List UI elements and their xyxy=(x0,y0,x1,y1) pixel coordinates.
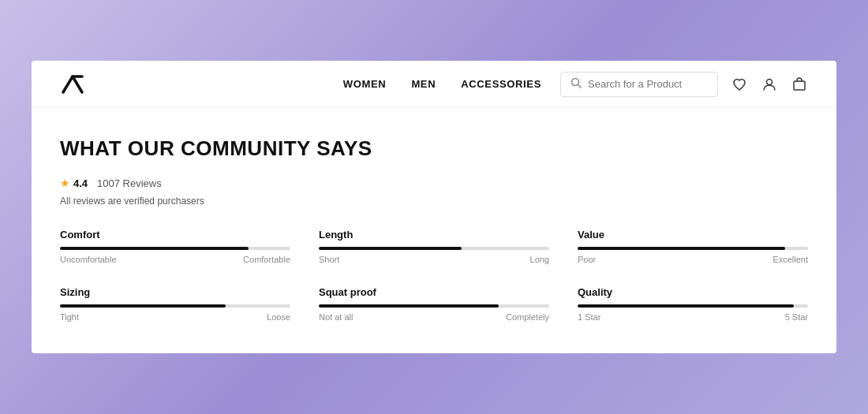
progress-track-value xyxy=(578,247,808,250)
metric-name-squat-proof: Squat proof xyxy=(319,286,549,298)
svg-line-1 xyxy=(578,84,582,88)
metric-labels-squat-proof: Not at all Completely xyxy=(319,312,549,322)
metrics-grid: Comfort Uncomfortable Comfortable Length… xyxy=(60,229,808,322)
metric-labels-sizing: Tight Loose xyxy=(60,312,290,322)
metric-labels-length: Short Long xyxy=(319,255,549,264)
metric-labels-comfort: Uncomfortable Comfortable xyxy=(60,255,290,264)
review-count: 1007 Reviews xyxy=(97,177,162,189)
nav-links: WOMEN MEN ACCESSORIES xyxy=(343,78,541,90)
svg-rect-3 xyxy=(794,81,805,90)
label-left-squat-proof: Not at all xyxy=(319,312,353,322)
progress-fill-squat-proof xyxy=(319,304,499,308)
nav-women[interactable]: WOMEN xyxy=(343,78,387,90)
metric-labels-quality: 1 Star 5 Star xyxy=(578,312,808,322)
label-right-quality: 5 Star xyxy=(785,312,808,322)
progress-track-quality xyxy=(578,304,808,308)
rating-row: ★ 4.4 1007 Reviews xyxy=(60,177,808,189)
label-right-sizing: Loose xyxy=(267,312,290,322)
metric-name-quality: Quality xyxy=(578,286,808,298)
label-left-value: Poor xyxy=(578,255,596,264)
progress-fill-value xyxy=(578,247,785,250)
main-card: WOMEN MEN ACCESSORIES xyxy=(32,61,836,353)
progress-track-sizing xyxy=(60,304,290,308)
metric-quality: Quality 1 Star 5 Star xyxy=(578,286,808,322)
label-right-length: Long xyxy=(530,255,549,264)
label-right-value: Excellent xyxy=(773,255,808,264)
nav-men[interactable]: MEN xyxy=(411,78,436,90)
metric-sizing: Sizing Tight Loose xyxy=(60,286,290,322)
star-1: ★ xyxy=(60,177,70,189)
rating-number: 4.4 xyxy=(73,177,88,189)
metric-comfort: Comfort Uncomfortable Comfortable xyxy=(60,229,290,264)
cart-icon[interactable] xyxy=(791,76,808,93)
label-right-squat-proof: Completely xyxy=(506,312,549,322)
metric-squat-proof: Squat proof Not at all Completely xyxy=(319,286,549,322)
metric-length: Length Short Long xyxy=(319,229,549,264)
stars: ★ 4.4 xyxy=(60,177,88,189)
label-left-length: Short xyxy=(319,255,339,264)
metric-labels-value: Poor Excellent xyxy=(578,255,808,264)
label-right-comfort: Comfortable xyxy=(243,255,290,264)
label-left-sizing: Tight xyxy=(60,312,79,322)
nav-icons xyxy=(731,76,808,93)
progress-fill-length xyxy=(319,247,462,250)
label-left-comfort: Uncomfortable xyxy=(60,255,117,264)
progress-fill-quality xyxy=(578,304,794,308)
wishlist-icon[interactable] xyxy=(731,76,748,93)
progress-track-length xyxy=(319,247,549,250)
search-icon xyxy=(571,77,582,91)
metric-name-sizing: Sizing xyxy=(60,286,290,298)
progress-track-squat-proof xyxy=(319,304,549,308)
nav-accessories[interactable]: ACCESSORIES xyxy=(461,78,541,90)
metric-name-length: Length xyxy=(319,229,549,241)
search-input[interactable] xyxy=(588,78,708,90)
account-icon[interactable] xyxy=(761,76,778,93)
section-title: WHAT OUR COMMUNITY SAYS xyxy=(60,136,808,161)
label-left-quality: 1 Star xyxy=(578,312,600,322)
metric-name-comfort: Comfort xyxy=(60,229,290,241)
progress-fill-sizing xyxy=(60,304,226,308)
navbar: WOMEN MEN ACCESSORIES xyxy=(32,61,836,108)
main-content: WHAT OUR COMMUNITY SAYS ★ 4.4 1007 Revie… xyxy=(32,108,836,353)
progress-fill-comfort xyxy=(60,247,249,250)
metric-name-value: Value xyxy=(578,229,808,241)
verified-text: All reviews are verified purchasers xyxy=(60,196,808,207)
search-box[interactable] xyxy=(560,72,718,97)
metric-value: Value Poor Excellent xyxy=(578,229,808,264)
svg-point-2 xyxy=(767,79,773,84)
progress-track-comfort xyxy=(60,247,290,250)
logo[interactable] xyxy=(60,73,85,95)
